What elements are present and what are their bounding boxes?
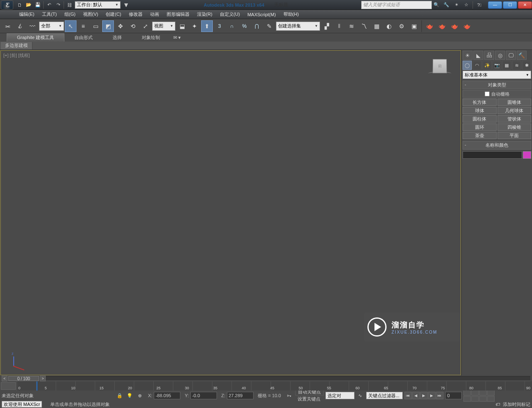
select-by-name-icon[interactable]: ≡ xyxy=(77,20,89,32)
key-icon[interactable]: 🗝 xyxy=(285,392,293,399)
menu-modifiers[interactable]: 修改器 xyxy=(129,11,143,17)
spinner-snap-icon[interactable]: ⋂ xyxy=(251,20,263,32)
cat-cameras-icon[interactable]: 📷 xyxy=(493,61,502,70)
time-prev-icon[interactable]: < xyxy=(2,376,7,381)
rollout-name-color[interactable]: -名称和颜色 xyxy=(463,141,531,150)
viewport-front[interactable]: [+] [前] [线框] 前 z 溜溜自学 ZIXUE.3D66.COM xyxy=(0,50,461,375)
layer-manager-icon[interactable]: ≋ xyxy=(346,20,357,32)
x-input[interactable]: -88.095 xyxy=(154,392,180,399)
isolate-icon[interactable]: 💡 xyxy=(126,392,134,399)
track-bar[interactable]: 0 5 10 15 20 25 30 35 40 45 50 55 60 65 … xyxy=(0,381,532,391)
menu-rendering[interactable]: 渲染(R) xyxy=(197,11,212,17)
menu-maxscript[interactable]: MAXScript(M) xyxy=(247,12,276,17)
help-icon[interactable]: ?⃝ xyxy=(475,0,484,10)
close-button[interactable]: ✕ xyxy=(518,1,532,9)
named-selset-dropdown[interactable]: 创建选择集 xyxy=(276,22,320,31)
ref-coord-dropdown[interactable]: 视图 xyxy=(152,22,175,31)
btn-teapot[interactable]: 茶壶 xyxy=(463,132,497,139)
rect-region-icon[interactable]: ▭ xyxy=(90,20,101,32)
btn-geosphere[interactable]: 几何球体 xyxy=(498,107,532,114)
ribbon-tab-selection[interactable]: 选择 xyxy=(103,33,132,42)
app-icon[interactable]: Ƹ xyxy=(1,0,13,10)
menu-customize[interactable]: 自定义(U) xyxy=(220,11,240,17)
viewcube-face[interactable]: 前 xyxy=(433,59,447,73)
minimize-button[interactable]: — xyxy=(488,1,502,9)
ribbon-tab-freeform[interactable]: 自由形式 xyxy=(64,33,103,42)
y-input[interactable]: -0.0 xyxy=(190,392,217,399)
favorites-icon[interactable]: ☆ xyxy=(462,0,471,10)
render-frame-icon[interactable]: ▣ xyxy=(408,20,420,32)
object-name-input[interactable] xyxy=(463,151,522,159)
time-scrubber[interactable]: 0 / 100 xyxy=(8,376,39,381)
keyboard-shortcut-icon[interactable]: ⬆ xyxy=(201,20,213,32)
btn-sphere[interactable]: 球体 xyxy=(463,107,497,114)
move-icon[interactable]: ✥ xyxy=(115,20,126,32)
cat-spacewarps-icon[interactable]: ≋ xyxy=(512,61,521,70)
angle-snap-icon[interactable]: ∩ xyxy=(226,20,238,32)
current-frame-input[interactable]: 0 xyxy=(445,392,462,399)
bind-spacewarp-icon[interactable]: 〰 xyxy=(27,20,38,32)
btn-cylinder[interactable]: 圆柱体 xyxy=(463,115,497,123)
menu-help[interactable]: 帮助(H) xyxy=(283,11,299,17)
selection-filter-dropdown[interactable]: 全部 xyxy=(39,22,64,31)
help-search-input[interactable]: 键入关键字或短语 xyxy=(361,1,432,9)
select-object-icon[interactable]: ↖ xyxy=(65,20,76,32)
select-link-icon[interactable]: ⫘ xyxy=(2,20,13,32)
named-sel-edit-icon[interactable]: ✎ xyxy=(264,20,275,32)
ribbon-expand-icon[interactable]: ✉ ▾ xyxy=(173,33,181,42)
lock-selection-icon[interactable]: 🔒 xyxy=(116,392,124,399)
comm-center-icon[interactable]: 🔧 xyxy=(442,0,451,10)
time-slider[interactable]: < 0 / 100 > xyxy=(0,376,532,381)
cat-helpers-icon[interactable]: ▦ xyxy=(502,61,511,70)
current-frame-marker[interactable] xyxy=(37,381,37,391)
next-frame-icon[interactable]: ▶ xyxy=(428,392,436,399)
link-icon[interactable]: ⛓ xyxy=(65,0,74,10)
goto-start-icon[interactable]: ⏮ xyxy=(404,392,412,399)
maximize-button[interactable]: ☐ xyxy=(503,1,517,9)
time-next-icon[interactable]: > xyxy=(40,376,46,381)
pan-icon[interactable] xyxy=(471,396,479,402)
time-track[interactable] xyxy=(46,376,530,381)
menu-edit[interactable]: 编辑(E) xyxy=(19,11,34,17)
unlink-icon[interactable]: ⫝̸ xyxy=(14,20,26,32)
use-pivot-icon[interactable]: ⬓ xyxy=(176,20,188,32)
cat-lights-icon[interactable]: ✨ xyxy=(483,61,492,70)
new-file-icon[interactable]: 🗋 xyxy=(15,0,24,10)
btn-pyramid[interactable]: 四棱锥 xyxy=(498,123,532,131)
track-ruler[interactable]: 0 5 10 15 20 25 30 35 40 45 50 55 60 65 … xyxy=(17,381,532,391)
schematic-view-icon[interactable]: ▦ xyxy=(371,20,382,32)
panel-hierarchy-icon[interactable]: 品 xyxy=(484,51,494,60)
workspace-menu-icon[interactable]: ⯆ xyxy=(121,0,131,10)
menu-grapheditors[interactable]: 图形编辑器 xyxy=(167,11,190,17)
save-file-icon[interactable]: 💾 xyxy=(33,0,42,10)
cat-shapes-icon[interactable]: ◠ xyxy=(473,61,482,70)
menu-views[interactable]: 视图(V) xyxy=(83,11,99,17)
panel-display-icon[interactable]: 🖵 xyxy=(506,51,516,60)
key-filter-button[interactable]: 关键点过滤器... xyxy=(366,392,403,399)
btn-cone[interactable]: 圆锥体 xyxy=(498,98,532,106)
ribbon-panel-polymodel[interactable]: 多边形建模 xyxy=(1,42,32,49)
curve-editor-icon[interactable]: 〽 xyxy=(358,20,370,32)
align-icon[interactable]: ⫴ xyxy=(333,20,345,32)
panel-modify-icon[interactable]: ◣ xyxy=(473,51,483,60)
percent-snap-icon[interactable]: % xyxy=(239,20,250,32)
play-icon[interactable]: ▶ xyxy=(420,392,428,399)
menu-create[interactable]: 创建(C) xyxy=(106,11,121,17)
workspace-dropdown[interactable]: 工作台: 默认 xyxy=(75,1,121,9)
rotate-icon[interactable]: ⟲ xyxy=(127,20,139,32)
window-crossing-icon[interactable]: ◩ xyxy=(102,20,114,32)
keymode-icon[interactable]: ∿ xyxy=(356,392,365,399)
btn-tube[interactable]: 管状体 xyxy=(498,115,532,123)
menu-tools[interactable]: 工具(T) xyxy=(42,11,57,17)
render-prod-icon[interactable]: 🫖 xyxy=(424,20,435,32)
light-lister-icon[interactable]: ☀ xyxy=(463,51,473,60)
prev-frame-icon[interactable]: ◀ xyxy=(412,392,420,399)
primitive-type-dropdown[interactable]: 标准基本体 xyxy=(463,71,531,79)
time-tag-icon[interactable]: 🏷 xyxy=(494,401,501,408)
orbit-icon[interactable] xyxy=(479,396,487,402)
material-editor-icon[interactable]: ◐ xyxy=(383,20,395,32)
add-time-tag[interactable]: 添加时间标记 xyxy=(503,401,530,408)
z-input[interactable]: 27.289 xyxy=(227,392,254,399)
ribbon-tab-graphite[interactable]: Graphite 建模工具 xyxy=(7,33,64,42)
btn-box[interactable]: 长方体 xyxy=(463,98,497,106)
